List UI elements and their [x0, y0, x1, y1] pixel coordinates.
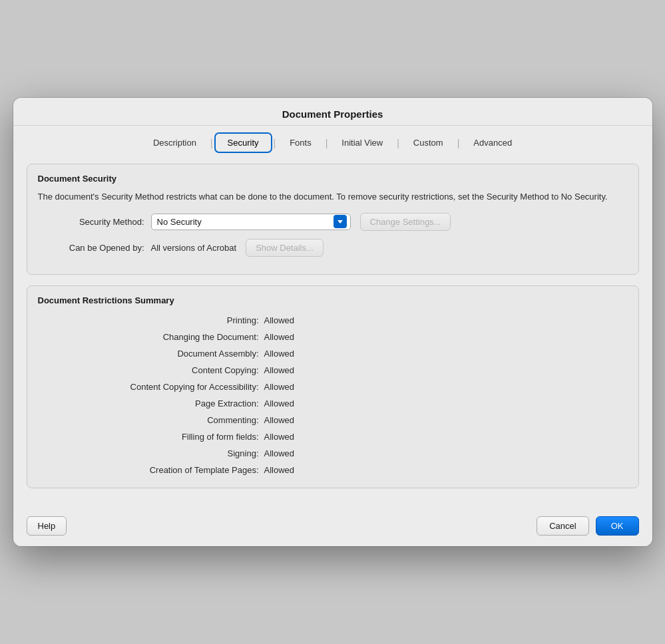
show-details-button[interactable]: Show Details... — [246, 239, 324, 257]
tab-bar: Description | Security | Fonts | Initial… — [13, 126, 652, 153]
restriction-value: Allowed — [264, 432, 295, 442]
restriction-value: Allowed — [264, 365, 295, 375]
tab-separator-3: | — [324, 138, 330, 148]
tab-description[interactable]: Description — [140, 133, 209, 152]
tab-separator-2: | — [272, 138, 278, 148]
ok-button[interactable]: OK — [596, 516, 639, 536]
restriction-label: Creation of Template Pages: — [38, 465, 264, 475]
restriction-row: Page Extraction:Allowed — [38, 395, 628, 412]
restriction-row: Printing:Allowed — [38, 312, 628, 329]
change-settings-button[interactable]: Change Settings... — [360, 213, 451, 231]
document-security-section: Document Security The document's Securit… — [27, 164, 639, 275]
title-bar: Document Properties — [13, 98, 652, 126]
dialog-title: Document Properties — [27, 108, 639, 120]
restriction-value: Allowed — [264, 415, 295, 425]
footer-right: Cancel OK — [537, 516, 638, 536]
tab-security[interactable]: Security — [214, 132, 272, 153]
security-method-row: Security Method: No Security Change Sett… — [38, 213, 628, 231]
restriction-row: Filling of form fields:Allowed — [38, 428, 628, 445]
restriction-value: Allowed — [264, 382, 295, 392]
restriction-label: Document Assembly: — [38, 349, 264, 359]
restrictions-table: Printing:AllowedChanging the Document:Al… — [38, 312, 628, 478]
restriction-value: Allowed — [264, 349, 295, 359]
tab-initial-view[interactable]: Initial View — [329, 133, 395, 152]
restriction-value: Allowed — [264, 465, 295, 475]
opened-by-label: Can be Opened by: — [38, 243, 144, 253]
restrictions-section: Document Restrictions Summary Printing:A… — [27, 285, 639, 488]
tab-fonts[interactable]: Fonts — [277, 133, 324, 152]
cancel-button[interactable]: Cancel — [537, 516, 588, 536]
tab-custom[interactable]: Custom — [401, 133, 456, 152]
restriction-value: Allowed — [264, 315, 295, 325]
restriction-value: Allowed — [264, 399, 295, 408]
security-method-select-wrapper: No Security — [151, 214, 351, 230]
restriction-label: Changing the Document: — [38, 332, 264, 342]
security-method-select[interactable]: No Security — [151, 214, 351, 230]
tab-separator-5: | — [456, 138, 461, 148]
restriction-row: Content Copying:Allowed — [38, 362, 628, 379]
tab-separator-4: | — [395, 138, 401, 148]
security-method-label: Security Method: — [38, 217, 144, 227]
tab-advanced[interactable]: Advanced — [461, 133, 525, 152]
opened-by-row: Can be Opened by: All versions of Acroba… — [38, 239, 628, 257]
restriction-row: Creation of Template Pages:Allowed — [38, 462, 628, 478]
restriction-row: Commenting:Allowed — [38, 412, 628, 428]
security-section-title: Document Security — [38, 174, 628, 184]
restriction-label: Content Copying for Accessibility: — [38, 382, 264, 392]
restriction-row: Content Copying for Accessibility:Allowe… — [38, 379, 628, 395]
restriction-value: Allowed — [264, 448, 295, 458]
tab-separator-1: | — [209, 138, 214, 148]
restriction-row: Signing:Allowed — [38, 445, 628, 462]
restriction-value: Allowed — [264, 332, 295, 342]
main-content: Document Security The document's Securit… — [13, 153, 652, 510]
restriction-row: Document Assembly:Allowed — [38, 345, 628, 362]
restrictions-section-title: Document Restrictions Summary — [38, 295, 628, 305]
restriction-label: Printing: — [38, 315, 264, 325]
restriction-label: Signing: — [38, 448, 264, 458]
security-description: The document's Security Method restricts… — [38, 190, 628, 204]
restriction-label: Commenting: — [38, 415, 264, 425]
restriction-label: Content Copying: — [38, 365, 264, 375]
opened-by-value: All versions of Acrobat — [151, 243, 237, 253]
restriction-label: Page Extraction: — [38, 399, 264, 408]
footer: Help Cancel OK — [13, 510, 652, 546]
document-properties-dialog: Document Properties Description | Securi… — [13, 98, 652, 546]
restriction-row: Changing the Document:Allowed — [38, 329, 628, 345]
help-button[interactable]: Help — [27, 516, 67, 536]
restriction-label: Filling of form fields: — [38, 432, 264, 442]
